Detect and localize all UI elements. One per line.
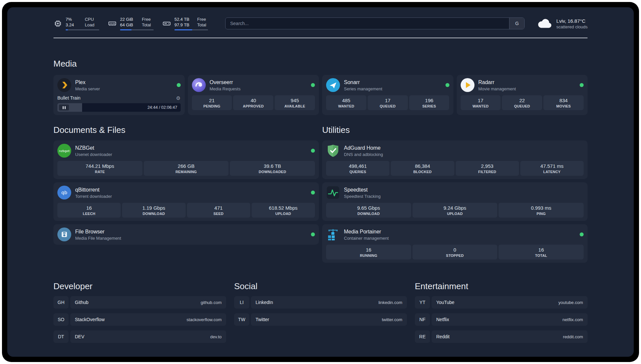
stat-label: UPLOAD xyxy=(414,212,496,216)
speedtest-app-link[interactable]: Speedtest Speedtest Tracking xyxy=(326,186,584,199)
stat-value: 266 GB xyxy=(145,163,228,169)
stat-tile: 266 GB REMAINING xyxy=(144,161,229,176)
stat-tile: 9.65 Gbps DOWNLOAD xyxy=(326,203,411,218)
youtube-link[interactable]: YouTube youtube.com xyxy=(432,296,588,309)
section-title-social: Social xyxy=(234,281,407,291)
stat-tile: 16 TOTAL xyxy=(499,245,584,259)
status-dot-online xyxy=(580,232,584,236)
link-row-stackoverflow: SO StackOverflow stackoverflow.com xyxy=(53,313,226,326)
ram-free-value: 22 GiB xyxy=(120,16,136,22)
linkedin-link[interactable]: LinkedIn linkedin.com xyxy=(251,296,407,309)
plex-card: Plex Media server Bullet Train ⚙ 24:44 /… xyxy=(53,75,185,115)
youtube-badge[interactable]: YT xyxy=(415,296,430,309)
stat-value: 21 xyxy=(193,98,231,103)
stat-label: AVAILABLE xyxy=(276,104,314,108)
link-url: linkedin.com xyxy=(379,300,402,305)
stat-tile: 16 LEECH xyxy=(57,203,121,218)
cpu-load-label: Load xyxy=(85,22,99,28)
cpu-label: CPU xyxy=(85,16,99,22)
app-subtitle: Media File Management xyxy=(75,236,121,241)
stackoverflow-badge[interactable]: SO xyxy=(53,313,69,326)
linkedin-badge[interactable]: LI xyxy=(234,296,249,309)
stat-tile: 16 RUNNING xyxy=(326,245,411,259)
stat-label: DOWNLOADED xyxy=(231,170,314,174)
ram-metric: 22 GiB Free 64 GiB Total xyxy=(108,16,154,30)
pause-button[interactable] xyxy=(59,105,69,110)
cpu-progress-bar xyxy=(66,29,99,30)
link-row-linkedin: LI LinkedIn linkedin.com xyxy=(234,296,407,309)
overseerr-app-link[interactable]: Overseerr Media Requests xyxy=(192,78,315,92)
link-row-twitter: TW Twitter twitter.com xyxy=(234,313,407,326)
section-title-utilities: Utilities xyxy=(322,125,588,135)
stat-tile: 485 WANTED xyxy=(326,95,366,110)
reddit-link[interactable]: Reddit reddit.com xyxy=(432,330,588,343)
app-name: Media Portainer xyxy=(344,228,389,235)
link-name: Twitter xyxy=(256,317,269,322)
status-dot-online xyxy=(580,83,584,87)
stat-tile: 17 WANTED xyxy=(461,95,501,110)
netflix-badge[interactable]: NF xyxy=(415,313,430,326)
app-subtitle: Movie management xyxy=(478,86,516,91)
utilities-column: Utilities AdGuard Home DNS and adblockin… xyxy=(322,125,588,263)
status-dot-online xyxy=(311,149,315,153)
plex-app-link[interactable]: Plex Media server xyxy=(57,78,181,92)
app-name: AdGuard Home xyxy=(344,145,383,151)
player-settings-gear-icon[interactable]: ⚙ xyxy=(176,96,180,101)
screenshot-frame: 7% CPU 3.24 Load 22 GiB Free 64 Gi xyxy=(0,0,641,364)
link-url: youtube.com xyxy=(559,300,583,305)
status-dot-online xyxy=(311,191,315,195)
adguard-app-link[interactable]: AdGuard Home DNS and adblocking xyxy=(326,144,584,158)
overseerr-card: Overseerr Media Requests 21 PENDING 40 A… xyxy=(188,75,319,115)
dev-badge[interactable]: DT xyxy=(53,330,69,343)
netflix-link[interactable]: Netflix netflix.com xyxy=(432,313,588,326)
link-name: DEV xyxy=(75,334,84,339)
stat-label: WANTED xyxy=(462,104,500,108)
link-name: LinkedIn xyxy=(256,300,273,305)
link-url: stackoverflow.com xyxy=(187,317,222,322)
cpu-metric: 7% CPU 3.24 Load xyxy=(53,16,99,30)
stat-label: SEED xyxy=(188,212,249,216)
twitter-badge[interactable]: TW xyxy=(234,313,249,326)
qbittorrent-card: qb qBittorrent Torrent downloader 16 LEE… xyxy=(53,182,319,221)
stat-value: 17 xyxy=(462,98,500,103)
stat-tile: 17 QUEUED xyxy=(368,95,408,110)
link-name: Reddit xyxy=(436,334,449,339)
stat-label: STOPPED xyxy=(414,254,496,258)
disk-icon xyxy=(162,19,171,28)
stat-value: 471 xyxy=(188,205,249,211)
portainer-app-link[interactable]: Media Portainer Container management xyxy=(326,228,584,241)
stat-tile: 498,461 QUERIES xyxy=(326,161,389,176)
stat-value: 834 xyxy=(545,98,582,103)
disk-metric: 52.4 TB Free 97.9 TB Total xyxy=(162,16,208,30)
filebrowser-app-link[interactable]: File Browser Media File Management xyxy=(57,228,315,241)
twitter-link[interactable]: Twitter twitter.com xyxy=(251,313,407,326)
stat-value: 9.24 Gbps xyxy=(414,205,496,211)
github-badge[interactable]: GH xyxy=(53,296,69,309)
stat-value: 2,953 xyxy=(457,163,518,169)
stat-tile: 945 AVAILABLE xyxy=(275,95,315,110)
search-input[interactable] xyxy=(226,18,509,29)
playback-progress-bar[interactable]: 24:44 / 02:06:47 xyxy=(57,103,181,112)
weather-location-temp: Lviv, 16.87°C xyxy=(556,18,588,24)
ram-total-value: 64 GiB xyxy=(120,22,136,28)
search-engine-button[interactable]: G xyxy=(509,18,524,29)
qbittorrent-app-link[interactable]: qb qBittorrent Torrent downloader xyxy=(57,186,315,199)
stat-label: MOVIES xyxy=(545,104,582,108)
stat-tile: 0.993 ms PING xyxy=(499,203,584,218)
cpu-icon xyxy=(53,19,62,28)
stackoverflow-link[interactable]: StackOverflow stackoverflow.com xyxy=(70,313,226,326)
link-url: github.com xyxy=(200,300,222,305)
dev-link[interactable]: DEV dev.to xyxy=(70,330,226,343)
qbittorrent-icon: qb xyxy=(57,186,71,199)
sonarr-app-link[interactable]: Sonarr Series management xyxy=(326,78,449,92)
social-links-section: Social LI LinkedIn linkedin.com TW Twitt… xyxy=(234,281,407,343)
stat-tile: 196 SERIES xyxy=(409,95,449,110)
radarr-app-link[interactable]: Radarr Movie management xyxy=(461,78,584,92)
stat-value: 39.6 TB xyxy=(231,163,314,169)
github-link[interactable]: Github github.com xyxy=(70,296,226,309)
stat-label: FILTERED xyxy=(457,170,518,174)
link-row-youtube: YT YouTube youtube.com xyxy=(415,296,588,309)
playback-time: 24:44 / 02:06:47 xyxy=(147,103,177,112)
nzbget-app-link[interactable]: nzbget NZBGet Usenet downloader xyxy=(57,144,315,158)
reddit-badge[interactable]: RE xyxy=(415,330,430,343)
